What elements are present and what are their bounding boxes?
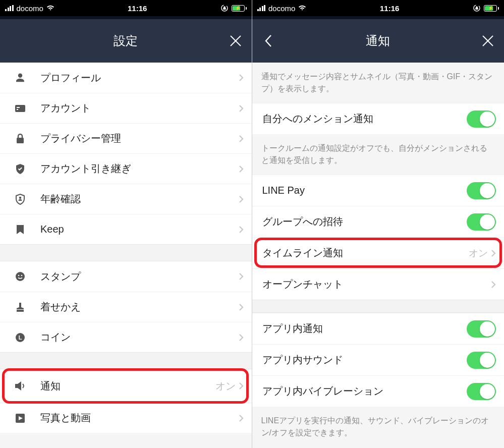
section-divider: [0, 244, 252, 261]
back-button[interactable]: [258, 31, 278, 51]
battery-icon: ⚡: [232, 5, 247, 12]
chevron-right-icon: [239, 135, 244, 143]
settings-row-transfer[interactable]: アカウント引き継ぎ: [0, 153, 252, 184]
settings-row-label: コイン: [40, 330, 239, 344]
toggle-label: LINE Pay: [262, 185, 467, 196]
svg-text:L: L: [19, 334, 22, 341]
chevron-right-icon: [239, 74, 244, 82]
toggle-label: グループへの招待: [262, 215, 467, 229]
signal-icon: [5, 5, 14, 11]
section-description: LINEアプリを実行中の通知、サウンド、バイブレーションのオン/オフを設定できま…: [252, 407, 505, 447]
chevron-right-icon: [239, 195, 244, 203]
svg-rect-11: [17, 310, 24, 312]
notify-icon: [12, 381, 28, 391]
toggle-row-mention[interactable]: 自分へのメンション通知: [252, 103, 505, 134]
section-description: 通知でメッセージ内容とサムネイル（写真・動画・GIF・スタンプ）を表示します。: [252, 63, 505, 103]
chevron-right-icon: [239, 303, 244, 311]
carrier-label: docomo: [17, 4, 43, 13]
toggle-label: 自分へのメンション通知: [262, 112, 467, 126]
svg-point-9: [18, 275, 20, 276]
toggle-switch[interactable]: [467, 383, 496, 400]
right-screen: docomo 11:16 ⚡ 通知 通知でメッセージ内容とサムネイル（写真・動画…: [252, 0, 505, 448]
media-icon: [12, 413, 28, 424]
toggle-row-inapp-vibration[interactable]: アプリ内バイブレーション: [252, 375, 505, 407]
toggle-switch[interactable]: [467, 352, 496, 369]
clock-label: 11:16: [128, 4, 147, 13]
nav-row-label: タイムライン通知: [262, 246, 469, 260]
settings-row-profile[interactable]: プロフィール: [0, 63, 252, 93]
settings-row-age[interactable]: 年齢確認: [0, 184, 252, 214]
notify-header: 通知: [252, 16, 505, 63]
wifi-icon: [46, 5, 54, 11]
clock-label: 11:16: [380, 4, 399, 13]
settings-row-label: プライバシー管理: [40, 132, 239, 145]
close-button[interactable]: [478, 31, 498, 51]
settings-row-label: Keep: [40, 223, 239, 235]
left-screen: docomo 11:16 ⚡ 設定 プロフィール アカウント: [0, 0, 252, 448]
settings-row-theme[interactable]: 着せかえ: [0, 292, 252, 322]
shield-icon: [12, 163, 28, 175]
profile-icon: [12, 72, 28, 83]
settings-row-value: オン: [215, 379, 236, 393]
toggle-label: アプリ内通知: [262, 322, 467, 335]
chevron-right-icon: [239, 226, 244, 234]
rotation-lock-icon: [473, 4, 481, 12]
chevron-right-icon: [239, 414, 244, 422]
status-bar: docomo 11:16 ⚡: [0, 0, 252, 16]
svg-rect-5: [17, 109, 18, 110]
chevron-right-icon: [239, 382, 244, 390]
svg-point-7: [19, 196, 22, 199]
toggle-switch[interactable]: [467, 320, 496, 338]
toggle-row-inapp-notify[interactable]: アプリ内通知: [252, 313, 505, 344]
settings-section-3: 通知 オン 写真と動画: [0, 369, 252, 433]
chevron-right-icon: [239, 333, 244, 342]
chevron-right-icon: [491, 281, 496, 289]
settings-row-privacy[interactable]: プライバシー管理: [0, 123, 252, 153]
toggle-row-linepay[interactable]: LINE Pay: [252, 175, 505, 206]
sticker-icon: [12, 271, 28, 282]
section-description: トークルームの通知設定がオフでも、自分がメンションされると通知を受信します。: [252, 134, 505, 175]
toggle-label: アプリ内バイブレーション: [262, 384, 467, 398]
toggle-label: アプリ内サウンド: [262, 353, 467, 367]
settings-row-label: 年齢確認: [40, 192, 239, 206]
chevron-right-icon: [239, 272, 244, 281]
chevron-right-icon: [239, 165, 244, 173]
coin-icon: L: [12, 332, 28, 343]
svg-point-10: [21, 275, 23, 276]
close-button[interactable]: [226, 31, 246, 51]
settings-section-2: スタンプ 着せかえ L コイン: [0, 261, 252, 352]
nav-row-openchat[interactable]: オープンチャット: [252, 268, 505, 300]
keep-icon: [12, 224, 28, 235]
settings-row-label: 写真と動画: [40, 411, 239, 425]
battery-icon: ⚡: [484, 5, 499, 12]
settings-row-label: 通知: [40, 379, 215, 393]
section-divider: [252, 300, 505, 313]
svg-rect-4: [17, 107, 20, 108]
toggle-row-inapp-sound[interactable]: アプリ内サウンド: [252, 344, 505, 375]
settings-row-label: 着せかえ: [40, 300, 239, 314]
settings-row-stamp[interactable]: スタンプ: [0, 261, 252, 292]
section-divider: [0, 352, 252, 369]
status-bar: docomo 11:16 ⚡: [252, 0, 505, 16]
nav-row-timeline[interactable]: タイムライン通知 オン: [252, 237, 505, 268]
toggle-switch[interactable]: [467, 110, 496, 128]
settings-row-keep[interactable]: Keep: [0, 214, 252, 244]
svg-rect-6: [17, 138, 24, 143]
age-icon: [12, 194, 28, 205]
settings-row-notify[interactable]: 通知 オン: [0, 369, 252, 403]
toggle-switch[interactable]: [467, 213, 496, 231]
carrier-label: docomo: [268, 4, 295, 13]
settings-row-coin[interactable]: L コイン: [0, 322, 252, 352]
close-icon: [481, 34, 494, 47]
toggle-switch[interactable]: [467, 182, 496, 199]
settings-section-1: プロフィール アカウント プライバシー管理 アカウント引き継ぎ 年齢確認 Kee…: [0, 63, 252, 244]
settings-row-label: アカウント: [40, 101, 239, 115]
settings-row-media[interactable]: 写真と動画: [0, 403, 252, 433]
settings-row-account[interactable]: アカウント: [0, 93, 252, 123]
settings-row-label: プロフィール: [40, 71, 239, 85]
toggle-row-group-invite[interactable]: グループへの招待: [252, 206, 505, 237]
nav-row-label: オープンチャット: [262, 277, 491, 291]
svg-point-8: [16, 272, 25, 281]
chevron-right-icon: [239, 104, 244, 113]
account-icon: [12, 104, 28, 113]
